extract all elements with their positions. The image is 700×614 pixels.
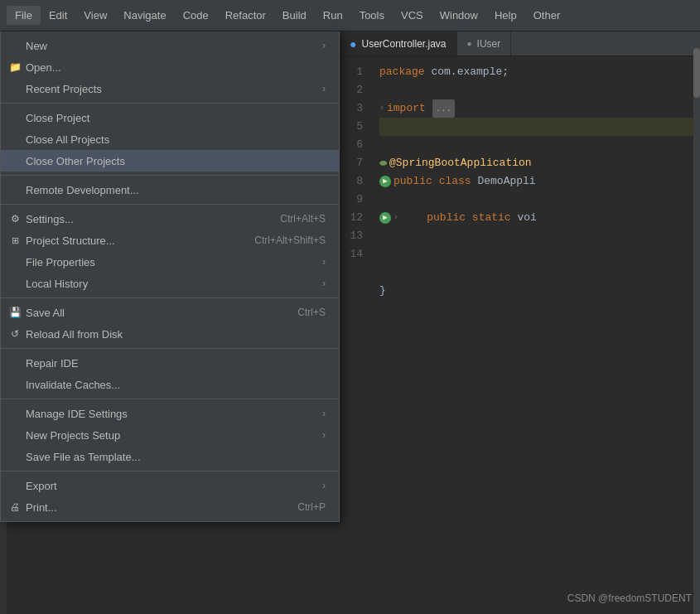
code-line-14: [379, 300, 700, 318]
code-line-9: ▶ › public static voi: [379, 209, 700, 227]
menu-item-remote-development[interactable]: Remote Development...: [1, 179, 339, 201]
menu-view[interactable]: View: [75, 6, 115, 25]
menu-item-save-file-as-template[interactable]: Save File as Template...: [1, 446, 339, 467]
menu-item-file-properties[interactable]: File Properties ›: [1, 251, 339, 273]
menu-window[interactable]: Window: [432, 6, 486, 25]
code-line-11: [379, 245, 700, 263]
menu-file[interactable]: File: [7, 6, 41, 25]
scrollbar[interactable]: [693, 31, 700, 614]
arrow-icon: ›: [322, 480, 326, 491]
menu-item-manage-ide-settings[interactable]: Manage IDE Settings ›: [1, 403, 339, 424]
menu-item-open[interactable]: 📁 Open...: [1, 56, 339, 78]
separator-3: [1, 204, 339, 205]
run-button[interactable]: ▶: [379, 176, 391, 187]
save-icon: 💾: [7, 307, 22, 318]
save-all-shortcut: Ctrl+S: [297, 307, 326, 318]
menu-item-close-project[interactable]: Close Project: [1, 107, 339, 128]
menu-item-close-other-projects[interactable]: Close Other Projects: [1, 150, 339, 172]
code-line-10: [379, 227, 700, 245]
arrow-icon: ›: [322, 40, 326, 51]
menu-tools[interactable]: Tools: [351, 6, 393, 25]
arrow-icon: ›: [322, 83, 326, 94]
menu-item-invalidate-caches[interactable]: Invalidate Caches...: [1, 374, 339, 395]
menu-build[interactable]: Build: [274, 6, 315, 25]
tab-dot-icon: ●: [350, 37, 356, 51]
menu-item-recent-projects[interactable]: Recent Projects ›: [1, 78, 339, 99]
fold-icon-2[interactable]: ›: [393, 209, 398, 227]
tab-dot-gray-icon: ●: [467, 39, 472, 48]
menu-help[interactable]: Help: [486, 6, 525, 25]
menu-refactor[interactable]: Refactor: [217, 6, 274, 25]
editor-content: 1 2 3 5 6 7 8 9 12 13 14 package com.exa…: [340, 56, 700, 614]
separator-6: [1, 399, 339, 399]
menu-item-save-all[interactable]: 💾 Save All Ctrl+S: [1, 302, 339, 323]
menu-item-close-all-projects[interactable]: Close All Projects: [1, 128, 339, 150]
project-structure-icon: ⊞: [7, 235, 22, 246]
folder-icon: 📁: [7, 61, 22, 73]
menu-item-project-structure[interactable]: ⊞ Project Structure... Ctrl+Alt+Shift+S: [1, 230, 339, 251]
menu-item-new[interactable]: New ›: [1, 35, 339, 56]
menu-item-settings[interactable]: ⚙ Settings... Ctrl+Alt+S: [1, 208, 339, 230]
annotation-icon: ⬬: [379, 154, 387, 172]
menu-navigate[interactable]: Navigate: [115, 6, 174, 25]
fold-icon[interactable]: ›: [379, 99, 384, 118]
code-line-5: [379, 136, 700, 154]
menu-other[interactable]: Other: [525, 6, 569, 25]
menu-edit[interactable]: Edit: [41, 6, 75, 25]
editor-tabs: ● UserController.java ● IUser: [340, 31, 700, 56]
watermark: CSDN @freedomSTUDENT: [567, 592, 692, 604]
menu-item-local-history[interactable]: Local History ›: [1, 273, 339, 294]
separator-1: [1, 103, 339, 104]
code-line-4: [379, 118, 700, 136]
code-line-12: [379, 263, 700, 282]
code-line-1: package com.example;: [379, 63, 700, 81]
gear-icon: ⚙: [7, 213, 22, 225]
tab-usercontroller[interactable]: ● UserController.java: [340, 31, 457, 56]
editor-area: ● UserController.java ● IUser 1 2 3 5 6 …: [340, 31, 700, 614]
project-structure-shortcut: Ctrl+Alt+Shift+S: [254, 234, 326, 246]
arrow-icon: ›: [322, 408, 326, 419]
arrow-icon: ›: [322, 256, 326, 268]
separator-7: [1, 471, 339, 471]
menu-vcs[interactable]: VCS: [393, 6, 432, 25]
code-line-3: › import ...: [379, 99, 700, 118]
print-shortcut: Ctrl+P: [297, 501, 326, 513]
code-line-13: }: [379, 282, 700, 300]
arrow-icon: ›: [322, 429, 326, 441]
separator-4: [1, 297, 339, 298]
tab-iuser[interactable]: ● IUser: [457, 31, 512, 56]
separator-5: [1, 348, 339, 349]
menu-run[interactable]: Run: [315, 6, 351, 25]
run-button-2[interactable]: ▶: [379, 212, 391, 224]
file-dropdown-menu: New › 📁 Open... Recent Projects › Close …: [0, 31, 340, 522]
menu-item-export[interactable]: Export ›: [1, 475, 339, 496]
code-line-6: ⬬ @SpringBootApplication: [379, 154, 700, 172]
tab-label: UserController.java: [361, 38, 446, 50]
code-line-7: ▶ public class DemoAppli: [379, 172, 700, 191]
arrow-icon: ›: [322, 278, 326, 289]
print-icon: 🖨: [7, 501, 22, 513]
menubar: File Edit View Navigate Code Refactor Bu…: [0, 0, 700, 31]
tab-label-2: IUser: [477, 38, 501, 50]
line-numbers: 1 2 3 5 6 7 8 9 12 13 14: [340, 56, 373, 614]
menu-item-print[interactable]: 🖨 Print... Ctrl+P: [1, 496, 339, 518]
settings-shortcut: Ctrl+Alt+S: [280, 213, 326, 225]
reload-icon: ↺: [7, 328, 22, 340]
menu-item-new-projects-setup[interactable]: New Projects Setup ›: [1, 424, 339, 446]
open-label: Open...: [26, 61, 326, 74]
separator-2: [1, 175, 339, 176]
code-area[interactable]: package com.example; › import ... ⬬ @Spr…: [373, 56, 700, 614]
code-line-2: [379, 81, 700, 99]
menu-item-reload[interactable]: ↺ Reload All from Disk: [1, 323, 339, 345]
menu-code[interactable]: Code: [175, 6, 217, 25]
menu-item-repair-ide[interactable]: Repair IDE: [1, 352, 339, 374]
scrollbar-thumb[interactable]: [693, 48, 700, 98]
code-line-8: [379, 191, 700, 209]
